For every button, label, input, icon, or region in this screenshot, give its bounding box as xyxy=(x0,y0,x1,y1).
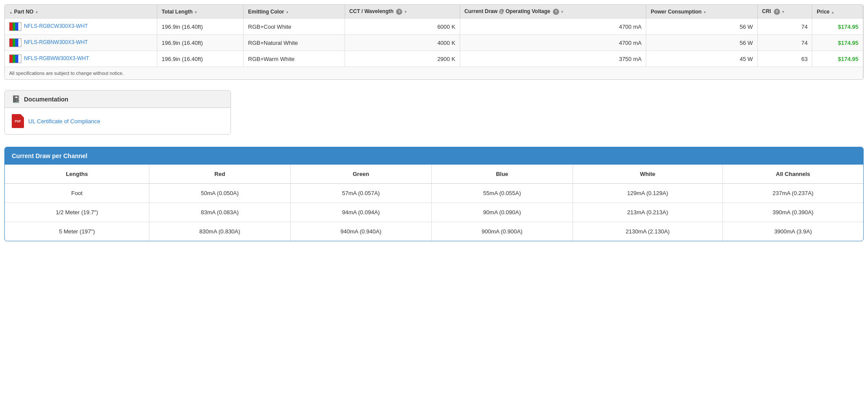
current-draw-table-header: Current Draw per Channel xyxy=(5,147,863,165)
cell-current-draw: 4700 mA xyxy=(460,19,646,35)
cell-white: 2130mA (2.130A) xyxy=(573,222,722,241)
col-header-part-no[interactable]: ▲ Part NO ▼ xyxy=(5,5,157,19)
cell-red: 50mA (0.050A) xyxy=(149,184,290,203)
cell-blue: 55mA (0.055A) xyxy=(431,184,573,203)
col-header-emitting-color[interactable]: Emitting Color ▼ xyxy=(244,5,345,19)
cell-part-no: NFLS-RGBCW300X3-WHT xyxy=(5,19,157,35)
col-header-cri[interactable]: CRI ? ▼ xyxy=(757,5,812,19)
sort-down-icon: ▼ xyxy=(781,10,785,14)
part-no-link[interactable]: NFLS-RGBWW300X3-WHT xyxy=(24,55,89,61)
rgb-thumbnail xyxy=(9,38,21,47)
cell-length: 1/2 Meter (19.7") xyxy=(5,203,149,222)
documentation-header: 📓 Documentation xyxy=(5,91,231,108)
footnote-row: All specifications are subject to change… xyxy=(5,67,863,80)
cell-all-channels: 390mA (0.390A) xyxy=(722,203,863,222)
cell-cct: 4000 K xyxy=(345,35,460,51)
cell-price: $174.95 xyxy=(812,35,863,51)
cell-green: 940mA (0.940A) xyxy=(290,222,431,241)
cell-emitting-color: RGB+Natural White xyxy=(244,35,345,51)
col-header-cct[interactable]: CCT / Wavelength ? ▼ xyxy=(345,5,460,19)
current-draw-row: Foot50mA (0.050A)57mA (0.057A)55mA (0.05… xyxy=(5,184,863,203)
cell-length: 5 Meter (197") xyxy=(5,222,149,241)
cell-total-length: 196.9in (16.40ft) xyxy=(157,35,243,51)
col-lengths: Lengths xyxy=(5,165,149,184)
product-table-wrapper: ▲ Part NO ▼ Total Length ▼ Emitting Colo… xyxy=(4,4,864,80)
col-blue: Blue xyxy=(431,165,573,184)
cell-green: 94mA (0.094A) xyxy=(290,203,431,222)
sort-down-icon: ▼ xyxy=(35,10,38,14)
cell-power-consumption: 56 W xyxy=(646,35,757,51)
current-draw-row: 1/2 Meter (19.7")83mA (0.083A)94mA (0.09… xyxy=(5,203,863,222)
product-table: ▲ Part NO ▼ Total Length ▼ Emitting Colo… xyxy=(5,5,863,79)
sort-up-icon: ▲ xyxy=(9,10,13,14)
part-no-link[interactable]: NFLS-RGBNW300X3-WHT xyxy=(24,39,88,45)
rgb-thumbnail xyxy=(9,22,21,31)
product-table-row: NFLS-RGBNW300X3-WHT196.9in (16.40ft)RGB+… xyxy=(5,35,863,51)
ul-certificate-link[interactable]: UL Certificate of Compliance xyxy=(28,118,100,125)
cell-current-draw: 3750 mA xyxy=(460,51,646,67)
part-no-link[interactable]: NFLS-RGBCW300X3-WHT xyxy=(24,23,88,29)
pdf-icon: PDF xyxy=(12,114,24,128)
cell-white: 129mA (0.129A) xyxy=(573,184,722,203)
sort-down-icon: ▼ xyxy=(703,10,706,14)
documentation-title: Documentation xyxy=(24,96,68,103)
cell-part-no: NFLS-RGBWW300X3-WHT xyxy=(5,51,157,67)
cell-all-channels: 3900mA (3.9A) xyxy=(722,222,863,241)
current-draw-table: Lengths Red Green Blue White All Channel… xyxy=(5,165,863,241)
current-draw-table-wrapper: Current Draw per Channel Lengths Red Gre… xyxy=(4,147,864,241)
cell-cri: 74 xyxy=(757,19,812,35)
cell-blue: 900mA (0.900A) xyxy=(431,222,573,241)
current-draw-help-icon[interactable]: ? xyxy=(553,9,559,15)
cell-cct: 6000 K xyxy=(345,19,460,35)
product-table-row: NFLS-RGBWW300X3-WHT196.9in (16.40ft)RGB+… xyxy=(5,51,863,67)
cell-all-channels: 237mA (0.237A) xyxy=(722,184,863,203)
sort-down-icon: ▼ xyxy=(285,10,289,14)
sort-down-icon: ▼ xyxy=(194,10,197,14)
col-header-current-draw[interactable]: Current Draw @ Operating Voltage ? ▼ xyxy=(460,5,646,19)
sort-down-icon: ▼ xyxy=(560,10,564,14)
cell-power-consumption: 56 W xyxy=(646,19,757,35)
sort-down-icon: ▼ xyxy=(404,10,407,14)
cell-part-no: NFLS-RGBNW300X3-WHT xyxy=(5,35,157,51)
cell-cri: 74 xyxy=(757,35,812,51)
cell-total-length: 196.9in (16.40ft) xyxy=(157,19,243,35)
cell-white: 213mA (0.213A) xyxy=(573,203,722,222)
cell-red: 830mA (0.830A) xyxy=(149,222,290,241)
cell-price: $174.95 xyxy=(812,19,863,35)
col-all-channels: All Channels xyxy=(722,165,863,184)
col-green: Green xyxy=(290,165,431,184)
documentation-body: PDF UL Certificate of Compliance xyxy=(5,108,231,134)
rgb-thumbnail xyxy=(9,54,21,63)
cell-power-consumption: 45 W xyxy=(646,51,757,67)
cell-green: 57mA (0.057A) xyxy=(290,184,431,203)
col-header-total-length[interactable]: Total Length ▼ xyxy=(157,5,243,19)
notebook-icon: 📓 xyxy=(12,95,20,103)
col-red: Red xyxy=(149,165,290,184)
sort-up-icon: ▲ xyxy=(831,10,834,14)
cell-cct: 2900 K xyxy=(345,51,460,67)
col-white: White xyxy=(573,165,722,184)
current-draw-row: 5 Meter (197")830mA (0.830A)940mA (0.940… xyxy=(5,222,863,241)
cell-blue: 90mA (0.090A) xyxy=(431,203,573,222)
cell-emitting-color: RGB+Cool White xyxy=(244,19,345,35)
col-header-price[interactable]: Price ▲ xyxy=(812,5,863,19)
documentation-box: 📓 Documentation PDF UL Certificate of Co… xyxy=(4,90,231,135)
cri-help-icon[interactable]: ? xyxy=(774,9,780,15)
cell-red: 83mA (0.083A) xyxy=(149,203,290,222)
footnote-text: All specifications are subject to change… xyxy=(5,67,863,80)
product-table-row: NFLS-RGBCW300X3-WHT196.9in (16.40ft)RGB+… xyxy=(5,19,863,35)
cell-total-length: 196.9in (16.40ft) xyxy=(157,51,243,67)
cell-length: Foot xyxy=(5,184,149,203)
cell-emitting-color: RGB+Warm White xyxy=(244,51,345,67)
col-header-power-consumption[interactable]: Power Consumption ▼ xyxy=(646,5,757,19)
cct-help-icon[interactable]: ? xyxy=(396,9,402,15)
cell-price: $174.95 xyxy=(812,51,863,67)
cell-current-draw: 4700 mA xyxy=(460,35,646,51)
current-draw-title: Current Draw per Channel xyxy=(12,152,87,159)
cell-cri: 63 xyxy=(757,51,812,67)
